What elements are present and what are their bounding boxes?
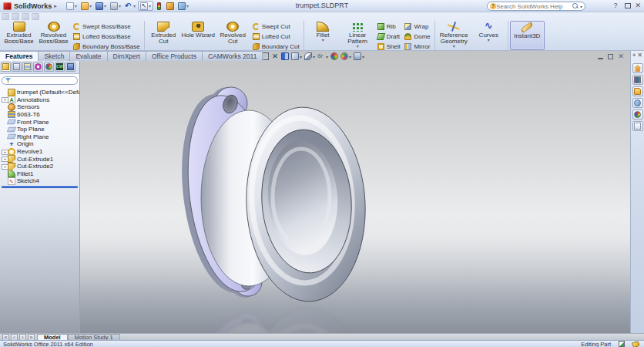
close-button[interactable]: ✕: [635, 2, 641, 9]
design-library-button[interactable]: [632, 75, 643, 85]
ribbon-small-button[interactable]: Draft: [375, 32, 403, 41]
linear-pattern-button[interactable]: Linear Pattern ▾: [340, 21, 375, 50]
configurationmanager-tab[interactable]: [22, 62, 32, 72]
command-tab[interactable]: Sketch: [39, 51, 70, 61]
tree-item[interactable]: Annotations: [2, 96, 79, 104]
command-tab[interactable]: DimXpert: [108, 51, 146, 61]
revolved-boss-base-button[interactable]: Revolved Boss/Base: [36, 21, 71, 50]
reference-geometry-button[interactable]: Reference Geometry ▾: [437, 21, 471, 50]
ribbon-small-button[interactable]: Boundary Cut: [250, 42, 302, 51]
file-properties-button[interactable]: [165, 1, 176, 11]
previous-view-button[interactable]: ✕: [271, 52, 279, 60]
propertymanager-tab[interactable]: [12, 62, 22, 72]
view-orientation-button[interactable]: ▾: [291, 52, 302, 60]
command-tab[interactable]: Office Products: [146, 51, 203, 61]
search-scope-dropdown-icon[interactable]: ▾: [580, 4, 582, 9]
search-magnifier-icon[interactable]: [572, 3, 579, 9]
save-button[interactable]: ▾: [94, 1, 108, 11]
ribbon-small-icon: [253, 33, 260, 40]
doc-minimize-button[interactable]: [598, 58, 603, 59]
tree-item[interactable]: Front Plane: [2, 118, 79, 126]
ribbon-small-button[interactable]: Lofted Boss/Base: [71, 32, 143, 41]
fillet-button[interactable]: Fillet ▾: [306, 21, 340, 50]
curves-button[interactable]: ∿ Curves ▾: [471, 21, 506, 50]
graphics-viewport[interactable]: 3S ✕ ▾ ▾ 6r▾ ▾ ▾ ✕: [0, 51, 630, 333]
edit-appearance-button[interactable]: [330, 52, 338, 60]
help-search-box[interactable]: ? ▾: [487, 2, 585, 11]
model-tab[interactable]: Model: [37, 334, 68, 340]
camworks-operation-tree-tab[interactable]: [65, 62, 75, 72]
section-view-button[interactable]: [281, 52, 289, 60]
tree-item[interactable]: Cut-Extrude1: [2, 155, 79, 163]
restore-button[interactable]: [625, 3, 631, 8]
search-input[interactable]: [496, 3, 572, 10]
new-document-button[interactable]: ▾: [65, 1, 79, 11]
pattern-dropdown-icon[interactable]: ▾: [357, 45, 359, 49]
featuremanager-tree-tab[interactable]: [1, 62, 11, 72]
doc-restore-button[interactable]: [608, 54, 613, 59]
camworks-feature-tree-tab[interactable]: CW: [55, 62, 65, 72]
solidworks-resources-button[interactable]: [632, 63, 643, 73]
ribbon-small-button[interactable]: Mirror: [402, 42, 432, 51]
tree-item[interactable]: Revolve1: [2, 148, 79, 156]
doc-close-button[interactable]: ✕: [618, 53, 624, 60]
command-tab[interactable]: CAMWorks 2011: [203, 51, 263, 61]
revolved-cut-button[interactable]: Revolved Cut: [216, 21, 250, 50]
solidworks-menu[interactable]: SolidWorks ▸: [3, 2, 57, 10]
hole-wizard-button[interactable]: Hole Wizard: [181, 21, 216, 50]
tree-item[interactable]: Cut-Extrude2: [2, 163, 79, 170]
tree-item[interactable]: Sensors: [2, 103, 79, 111]
expand-toggle[interactable]: [2, 149, 8, 155]
motion-study-tab[interactable]: Motion Study 1: [68, 334, 120, 340]
select-button[interactable]: ↖▾: [138, 1, 153, 11]
expand-toggle[interactable]: [2, 96, 8, 103]
apply-scene-button[interactable]: ▾: [340, 52, 351, 60]
fillet-dropdown-icon[interactable]: ▾: [322, 39, 324, 42]
custom-properties-button[interactable]: [632, 121, 643, 131]
ribbon-small-button[interactable]: Dome: [402, 32, 432, 41]
help-button[interactable]: ?: [613, 2, 617, 9]
command-tab[interactable]: Evaluate: [70, 51, 107, 61]
file-explorer-button[interactable]: [632, 86, 643, 96]
extruded-cut-button[interactable]: Extruded Cut: [146, 21, 181, 50]
rollback-bar[interactable]: [2, 186, 78, 188]
displaymanager-tab[interactable]: [44, 62, 54, 72]
task-pane-pin-icon[interactable]: ⌖: [632, 52, 636, 59]
command-tab[interactable]: Features: [0, 51, 39, 61]
tag-icon[interactable]: [632, 340, 640, 347]
dimxpertmanager-tab[interactable]: [33, 62, 43, 72]
appearances-scenes-button[interactable]: [632, 109, 643, 120]
extruded-boss-base-button[interactable]: Extruded Boss/Base: [2, 21, 36, 50]
rebuild-button[interactable]: [154, 1, 164, 11]
open-button[interactable]: ▾: [79, 1, 93, 11]
view-settings-button[interactable]: ▾: [354, 52, 364, 60]
print-button[interactable]: ▾: [109, 1, 122, 11]
ribbon-small-button[interactable]: Swept Boss/Base: [71, 22, 143, 31]
trumpet-3d-model[interactable]: [163, 73, 378, 339]
curves-dropdown-icon[interactable]: ▾: [488, 39, 490, 42]
reference-geometry-dropdown-icon[interactable]: ▾: [453, 45, 455, 49]
ribbon-small-button[interactable]: Wrap: [402, 22, 432, 31]
ribbon-small-button[interactable]: Shell: [375, 42, 403, 51]
ribbon-small-button[interactable]: Swept Cut: [250, 22, 302, 31]
hide-show-items-button[interactable]: 6r▾: [317, 52, 328, 60]
expand-toggle[interactable]: [2, 163, 8, 170]
tree-item[interactable]: trumpet (Default<<Default>_Dis: [2, 89, 79, 96]
ribbon-small-button[interactable]: Lofted Cut: [250, 32, 302, 41]
instant3d-button[interactable]: Instant3D: [510, 21, 545, 50]
ribbon-small-button[interactable]: Rib: [375, 22, 403, 31]
undo-button[interactable]: ↶▾: [123, 1, 137, 11]
tree-item[interactable]: 6063-T6: [2, 111, 79, 119]
options-button[interactable]: ▾: [176, 1, 190, 11]
tree-item[interactable]: Top Plane: [2, 126, 79, 133]
expand-toggle[interactable]: [2, 156, 8, 162]
tree-item[interactable]: Sketch4: [2, 177, 79, 185]
ribbon-small-button[interactable]: Boundary Boss/Base: [71, 42, 143, 51]
tree-item[interactable]: Right Plane: [2, 133, 79, 141]
tree-item[interactable]: Fillet1: [2, 170, 79, 178]
tree-item[interactable]: Origin: [2, 140, 79, 148]
tree-filter-box[interactable]: [2, 76, 78, 85]
task-pane-close-icon[interactable]: ✕: [637, 52, 642, 59]
search-button[interactable]: [632, 98, 643, 108]
display-style-button[interactable]: ▾: [304, 52, 315, 60]
